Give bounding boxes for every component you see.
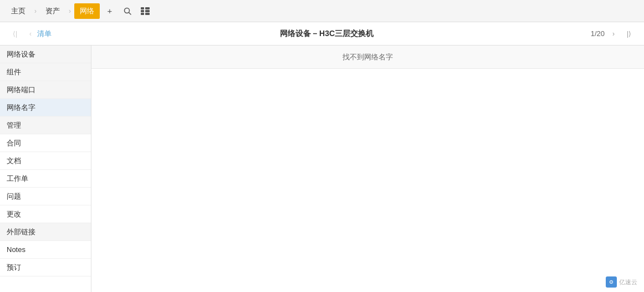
view-toggle-icon[interactable] (137, 3, 153, 19)
svg-rect-7 (145, 13, 150, 15)
empty-message: 找不到网络名字 (91, 46, 644, 69)
svg-rect-6 (141, 13, 144, 15)
sidebar-item-1[interactable]: 组件 (0, 63, 91, 81)
plus-icon[interactable]: + (102, 3, 117, 19)
brand-watermark: ⊙ 亿速云 (606, 276, 637, 288)
svg-rect-2 (141, 7, 144, 9)
sidebar-item-10[interactable]: 外部链接 (0, 223, 91, 241)
top-nav: 主页 › 资产 › 网络 + (0, 0, 644, 22)
svg-rect-5 (145, 10, 150, 12)
nav-assets[interactable]: 资产 (40, 3, 65, 19)
nav-sep-1: › (33, 7, 38, 15)
svg-rect-3 (145, 7, 150, 9)
sidebar: 网络设备组件网络端口网络名字管理合同文档工作单问题更改外部链接Notes预订 (0, 46, 91, 292)
next-page-button[interactable]: › (607, 27, 620, 41)
nav-home[interactable]: 主页 (6, 3, 31, 19)
sidebar-item-7[interactable]: 工作单 (0, 170, 91, 188)
main-content: 找不到网络名字 (91, 46, 644, 292)
prev-page-button[interactable]: ‹ (24, 27, 37, 41)
content-wrapper: ⟨| ‹ 清单 网络设备 – H3C三层交换机 1/20 › |⟩ 网络设备组件… (0, 22, 644, 292)
page-title: 网络设备 – H3C三层交换机 (63, 29, 591, 39)
sidebar-item-5[interactable]: 合同 (0, 134, 91, 152)
sub-header-nav: ⟨| ‹ (8, 27, 37, 41)
sidebar-item-3[interactable]: 网络名字 (0, 99, 91, 117)
search-icon[interactable] (120, 3, 135, 19)
page-number: 1/20 (591, 29, 605, 38)
sidebar-item-0[interactable]: 网络设备 (0, 46, 91, 63)
sidebar-item-9[interactable]: 更改 (0, 205, 91, 223)
sidebar-item-4[interactable]: 管理 (0, 117, 91, 134)
brand-text: 亿速云 (619, 278, 637, 286)
nav-sep-2: › (68, 7, 72, 15)
list-link[interactable]: 清单 (37, 29, 52, 39)
nav-network[interactable]: 网络 (74, 3, 100, 19)
brand-icon: ⊙ (606, 276, 617, 288)
first-page-button[interactable]: ⟨| (8, 27, 22, 41)
svg-line-1 (129, 12, 131, 14)
sidebar-item-11[interactable]: Notes (0, 241, 91, 259)
sidebar-item-6[interactable]: 文档 (0, 152, 91, 170)
sidebar-item-8[interactable]: 问题 (0, 188, 91, 205)
page-info: 1/20 › |⟩ (591, 27, 636, 41)
last-page-button[interactable]: |⟩ (622, 27, 636, 41)
sidebar-item-12[interactable]: 预订 (0, 259, 91, 276)
svg-rect-4 (141, 10, 144, 12)
main-layout: 网络设备组件网络端口网络名字管理合同文档工作单问题更改外部链接Notes预订 找… (0, 46, 644, 292)
sidebar-item-2[interactable]: 网络端口 (0, 81, 91, 99)
sub-header: ⟨| ‹ 清单 网络设备 – H3C三层交换机 1/20 › |⟩ (0, 22, 644, 46)
